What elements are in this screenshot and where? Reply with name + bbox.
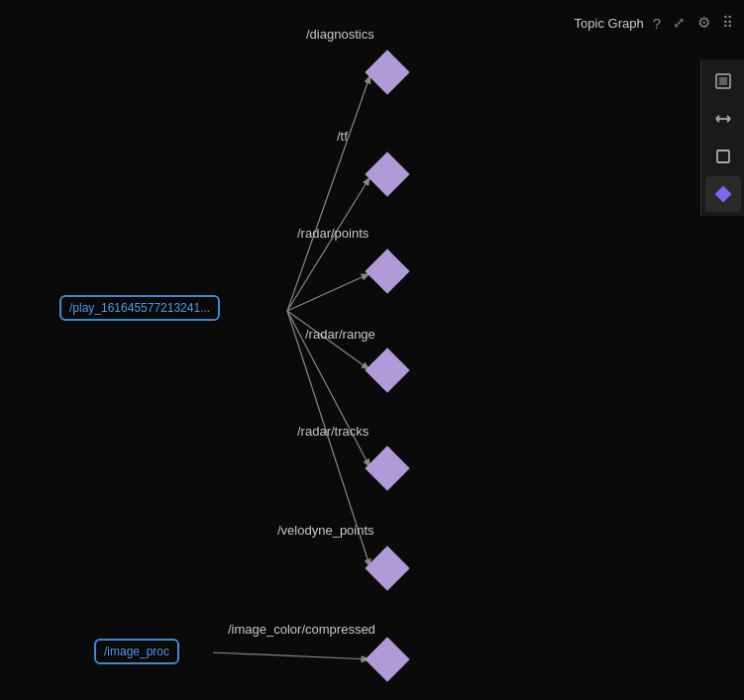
svg-rect-1 (719, 77, 727, 85)
topic-node-velodyne-points[interactable] (365, 546, 409, 590)
svg-line-10 (287, 74, 371, 311)
svg-line-16 (213, 652, 371, 659)
publisher-node-play[interactable]: /play_161645577213241... (59, 295, 220, 321)
settings-icon[interactable]: ⚙ (694, 11, 713, 35)
svg-line-11 (287, 176, 371, 311)
svg-rect-7 (717, 150, 729, 162)
svg-line-12 (287, 273, 371, 311)
topic-label-radar-tracks: /radar/tracks (297, 424, 369, 439)
topic-node-image-color-compressed[interactable] (365, 637, 409, 681)
topic-node-tf[interactable] (365, 151, 409, 196)
grid-icon[interactable]: ⠿ (719, 11, 736, 35)
help-icon[interactable]: ? (650, 12, 664, 35)
topic-label-diagnostics: /diagnostics (306, 27, 374, 42)
square-layout-button[interactable] (705, 139, 741, 174)
publisher-node-image-proc[interactable]: /image_proc (94, 639, 179, 664)
expand-icon[interactable]: ⤢ (670, 11, 689, 35)
graph-arrows (0, 0, 699, 700)
svg-rect-8 (715, 186, 731, 202)
topic-label-tf: /tf (337, 129, 348, 144)
topic-node-radar-tracks[interactable] (365, 446, 409, 490)
topbar: Topic Graph ? ⤢ ⚙ ⠿ (567, 0, 744, 46)
topic-node-diagnostics[interactable] (365, 50, 409, 94)
topic-label-image-color-compressed: /image_color/compressed (228, 622, 375, 637)
topic-label-radar-points: /radar/points (297, 226, 369, 241)
topic-label-radar-range: /radar/range (305, 327, 375, 342)
panel-title: Topic Graph (575, 16, 644, 31)
horizontal-layout-button[interactable] (705, 101, 741, 137)
fit-view-button[interactable] (705, 63, 741, 99)
right-toolbar (700, 59, 744, 216)
diamond-layout-button[interactable] (705, 176, 741, 212)
topic-node-radar-range[interactable] (365, 348, 409, 392)
topic-label-velodyne-points: /velodyne_points (277, 523, 374, 538)
topic-node-radar-points[interactable] (365, 249, 409, 293)
